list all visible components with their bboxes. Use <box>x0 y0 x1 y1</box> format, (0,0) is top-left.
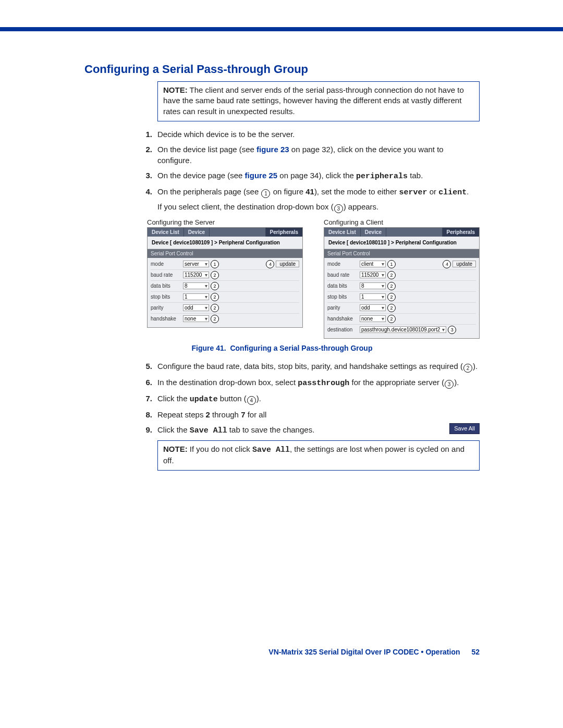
step-7: 7. Click the update button (4). <box>137 393 480 405</box>
tab-peripherals[interactable]: Peripherals <box>442 228 479 237</box>
select-handshake[interactable]: none▾ <box>360 315 386 322</box>
step-text: Repeat steps 2 through 7 for all <box>157 410 266 419</box>
step-3: 3. On the device page (see figure 25 on … <box>137 170 480 182</box>
chevron-down-icon: ▾ <box>203 305 207 311</box>
callout-2: 2 <box>211 315 219 323</box>
select-stopbits[interactable]: 1▾ <box>360 293 386 300</box>
chevron-down-icon: ▾ <box>380 294 384 300</box>
callout-1-icon: 1 <box>261 189 270 198</box>
callout-3-icon: 3 <box>445 380 454 389</box>
label-handshake: handshake <box>327 316 360 322</box>
step-5: 5. Configure the baud rate, data bits, s… <box>137 361 480 373</box>
update-button[interactable]: update <box>276 261 299 267</box>
step-text: On the peripherals page (see 1 on figure… <box>157 187 469 196</box>
figure-link[interactable]: figure 23 <box>256 145 289 154</box>
callout-2: 2 <box>387 293 396 301</box>
callout-2: 2 <box>387 271 396 279</box>
select-baud[interactable]: 115200▾ <box>360 272 386 278</box>
breadcrumb: Device [ device1080109 ] > Peripheral Co… <box>148 237 302 249</box>
section-header: Serial Port Control <box>324 249 479 258</box>
step-num: 9. <box>137 424 152 435</box>
select-stopbits[interactable]: 1▾ <box>183 293 209 300</box>
ui-tabs: Device List Device Peripherals <box>148 228 302 237</box>
callout-2: 2 <box>387 304 396 312</box>
callout-4-icon: 4 <box>247 396 256 405</box>
chevron-down-icon: ▾ <box>203 283 207 289</box>
note-label: NOTE: <box>163 445 188 453</box>
select-parity[interactable]: odd▾ <box>183 304 209 311</box>
update-button[interactable]: update <box>452 261 476 267</box>
callout-1: 1 <box>387 260 396 268</box>
label-databits: data bits <box>151 283 183 289</box>
label-parity: parity <box>151 305 183 311</box>
select-databits[interactable]: 8▾ <box>183 282 209 289</box>
page-body: Configuring a Serial Pass-through Group … <box>0 31 563 677</box>
label-databits: data bits <box>327 283 360 289</box>
label-baud: baud rate <box>151 272 183 278</box>
select-destination[interactable]: passthrough.device1080109.port2▾ <box>360 326 446 333</box>
steps-list: 1. Decide which device is to be the serv… <box>137 129 480 213</box>
label-mode: mode <box>327 261 360 267</box>
footer-text: VN-Matrix 325 Serial Digital Over IP COD… <box>268 648 460 656</box>
tab-device[interactable]: Device <box>361 228 386 237</box>
select-databits[interactable]: 8▾ <box>360 282 386 289</box>
chevron-down-icon: ▾ <box>203 272 207 278</box>
step-num: 5. <box>137 361 152 372</box>
step-2: 2. On the device list page (see figure 2… <box>137 144 480 166</box>
step-num: 8. <box>137 409 152 420</box>
callout-2-icon: 2 <box>463 364 472 373</box>
chevron-down-icon: ▾ <box>203 316 207 322</box>
ui-form: mode client▾ 1 4 update baud rate 115200… <box>324 258 479 338</box>
callout-3-icon: 3 <box>334 204 343 213</box>
ui-window-server: Device List Device Peripherals Device [ … <box>147 227 303 328</box>
screenshot-client-caption: Configuring a Client <box>324 218 480 226</box>
figure-link[interactable]: figure 25 <box>245 171 278 180</box>
callout-2: 2 <box>387 282 396 290</box>
step-text: On the device list page (see figure 23 o… <box>157 145 444 165</box>
tab-peripherals[interactable]: Peripherals <box>265 228 302 237</box>
note-label: NOTE: <box>163 85 188 94</box>
step-num: 1. <box>137 129 152 140</box>
label-baud: baud rate <box>327 272 360 278</box>
label-stopbits: stop bits <box>327 294 360 300</box>
note-text: The client and server ends of the serial… <box>163 85 464 116</box>
screenshot-client: Configuring a Client Device List Device … <box>324 218 480 339</box>
select-parity[interactable]: odd▾ <box>360 304 386 311</box>
select-handshake[interactable]: none▾ <box>183 315 209 322</box>
chevron-down-icon: ▾ <box>380 305 384 311</box>
save-all-button[interactable]: Save All <box>449 423 480 434</box>
section-header: Serial Port Control <box>148 249 302 258</box>
tab-device-list[interactable]: Device List <box>324 228 361 237</box>
chevron-down-icon: ▾ <box>380 283 384 289</box>
chevron-down-icon: ▾ <box>203 294 207 300</box>
callout-3: 3 <box>448 326 456 334</box>
select-mode[interactable]: client▾ <box>360 261 386 267</box>
step-text: In the destination drop-down box, select… <box>157 378 459 387</box>
tab-device-list[interactable]: Device List <box>148 228 184 237</box>
note-box-1: NOTE: The client and server ends of the … <box>157 81 480 121</box>
callout-2: 2 <box>211 271 219 279</box>
select-baud[interactable]: 115200▾ <box>183 272 209 278</box>
section-title: Configuring a Serial Pass-through Group <box>84 63 480 76</box>
callout-2: 2 <box>211 293 219 301</box>
step-4-sub: If you select client, the destination dr… <box>157 201 480 213</box>
step-4: 4. On the peripherals page (see 1 on fig… <box>137 186 480 213</box>
callout-2: 2 <box>211 304 219 312</box>
breadcrumb: Device [ device1080110 ] > Peripheral Co… <box>324 237 479 249</box>
select-mode[interactable]: server▾ <box>183 261 209 267</box>
ui-form: mode server▾ 1 4 update baud rate 115200… <box>148 258 302 327</box>
step-num: 6. <box>137 377 152 388</box>
note-box-2: NOTE: If you do not click Save All, the … <box>157 440 480 471</box>
callout-4: 4 <box>266 260 274 268</box>
chevron-down-icon: ▾ <box>380 316 384 322</box>
chevron-down-icon: ▾ <box>203 261 207 267</box>
step-text: Click the Save All tab to save the chang… <box>157 425 314 434</box>
label-destination: destination <box>327 327 360 332</box>
tab-device[interactable]: Device <box>184 228 210 237</box>
step-8: 8. Repeat steps 2 through 7 for all <box>137 409 480 420</box>
figure-caption: Figure 41. Configuring a Serial Pass-thr… <box>84 344 480 352</box>
top-accent-bar <box>0 27 563 31</box>
figure-screenshots: Configuring the Server Device List Devic… <box>147 218 480 339</box>
label-parity: parity <box>327 305 360 311</box>
callout-2: 2 <box>387 315 396 323</box>
